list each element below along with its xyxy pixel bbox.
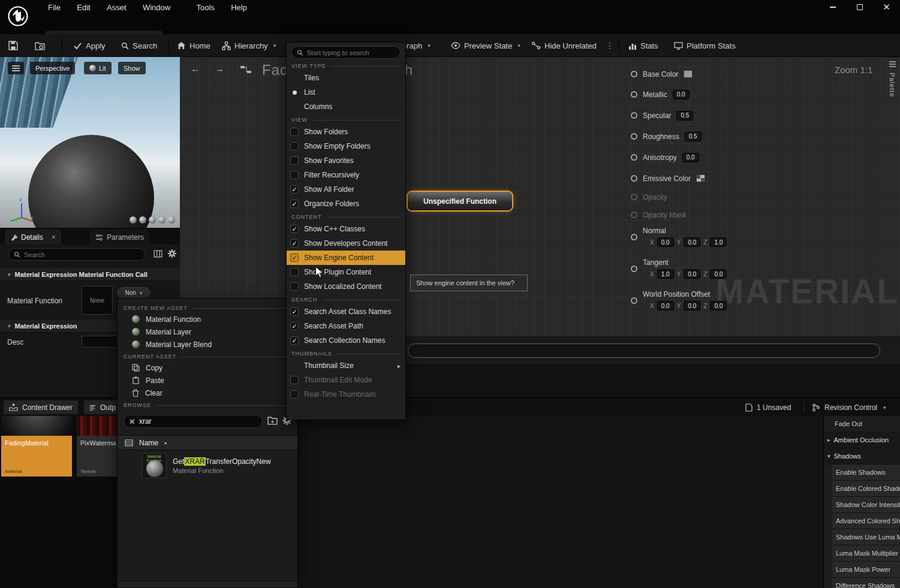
- color-swatch[interactable]: [684, 70, 693, 78]
- property-row-enable-shadows[interactable]: Enable Shadows: [832, 465, 900, 481]
- checkbox[interactable]: [290, 336, 299, 345]
- pin-socket-icon[interactable]: [631, 71, 637, 77]
- menu-item-material-function[interactable]: Material Function: [118, 313, 297, 325]
- property-row-enable-colored-shadows[interactable]: Enable Colored Shadow: [832, 481, 900, 497]
- tab-details[interactable]: Details ×: [5, 230, 61, 245]
- pin-emissive-color[interactable]: Emissive Color: [631, 173, 705, 183]
- option-show-developers-content[interactable]: Show Developers Content: [287, 236, 405, 251]
- pin-socket-icon[interactable]: [631, 234, 637, 240]
- details-search-input[interactable]: [24, 251, 140, 258]
- pin-tangent[interactable]: Tangent X1.0 Y0.0 Z0.0: [631, 258, 727, 279]
- option-show-empty-folders[interactable]: Show Empty Folders: [287, 139, 405, 153]
- option-search-collection-names[interactable]: Search Collection Names: [287, 333, 405, 348]
- checkbox[interactable]: [290, 239, 299, 248]
- menu-help[interactable]: Help: [224, 0, 254, 14]
- menu-window[interactable]: Window: [136, 0, 177, 14]
- viewport-display-options[interactable]: [130, 216, 175, 224]
- checkbox[interactable]: [290, 390, 299, 399]
- display-sphere-icon[interactable]: [158, 216, 165, 224]
- pin-socket-icon[interactable]: [631, 133, 637, 140]
- pin-opacity-mask[interactable]: Opacity Mask: [631, 210, 687, 220]
- menu-resize-grip[interactable]: [118, 581, 297, 587]
- property-row-shadow-color-intensity[interactable]: Shadow Color Intensity: [832, 497, 900, 513]
- details-search-box[interactable]: [8, 248, 145, 261]
- expand-down-icon[interactable]: ▾: [827, 453, 830, 459]
- graph-search-bar[interactable]: [408, 343, 880, 358]
- property-row-luma-mask-multiplier[interactable]: Luma Mask Multiplier: [832, 545, 900, 562]
- radio-button[interactable]: [290, 102, 299, 111]
- pin-world-position-offset[interactable]: World Position Offset X0.0 Y0.0 Z0.0: [631, 290, 727, 310]
- preview-state-button[interactable]: Preview State ▾: [451, 34, 520, 57]
- option-realtime-thumbnails[interactable]: Real-Time Thumbnails: [287, 387, 405, 402]
- content-drawer-button[interactable]: Content Drawer: [4, 400, 78, 414]
- asset-tile-fadingmaterial[interactable]: FadingMaterial Material: [1, 416, 72, 477]
- pin-socket-icon[interactable]: [631, 91, 637, 98]
- save-search-folder-icon[interactable]: [267, 416, 278, 427]
- menu-item-paste[interactable]: Paste: [118, 374, 297, 387]
- section-material-function-call[interactable]: ▾ Material Expression Material Function …: [0, 268, 180, 281]
- property-row-advanced-colored-shadows[interactable]: Advanced Colored Sha: [832, 513, 900, 529]
- radio-button[interactable]: [290, 74, 299, 82]
- palette-tab[interactable]: Palette: [885, 61, 899, 150]
- maximize-button[interactable]: [846, 0, 873, 14]
- pin-value-y[interactable]: 0.0: [684, 301, 700, 310]
- clear-search-icon[interactable]: ✕: [129, 417, 136, 426]
- radio-button[interactable]: [290, 88, 299, 97]
- tab-parameters[interactable]: Parameters: [90, 230, 149, 245]
- checkbox[interactable]: [290, 307, 299, 316]
- checkbox[interactable]: [290, 171, 299, 179]
- checkbox[interactable]: [290, 282, 299, 291]
- material-function-thumbnail[interactable]: None: [82, 286, 113, 315]
- filter-search-input[interactable]: [307, 49, 395, 56]
- details-settings-gear-icon[interactable]: [168, 249, 176, 260]
- pin-value-z[interactable]: 1.0: [710, 237, 727, 247]
- menu-item-copy[interactable]: Copy: [118, 361, 297, 374]
- property-row-shadows-use-luma[interactable]: Shadows Use Luma M: [832, 529, 900, 545]
- unsaved-indicator[interactable]: 1 Unsaved: [745, 400, 791, 414]
- view-type-columns[interactable]: Columns: [287, 99, 405, 114]
- pin-value-x[interactable]: 0.0: [657, 301, 674, 310]
- pin-value[interactable]: 0.5: [685, 132, 702, 141]
- tab-close-icon[interactable]: ×: [52, 233, 56, 242]
- checkbox[interactable]: [290, 200, 299, 208]
- category-shadows[interactable]: ▾Shadows: [824, 448, 900, 465]
- picker-search-input[interactable]: [139, 417, 257, 426]
- option-show-favorites[interactable]: Show Favorites: [287, 153, 405, 168]
- display-sphere-icon[interactable]: [168, 216, 175, 224]
- asset-result-row[interactable]: Material Function GetXRARTransferOpacity…: [118, 450, 297, 481]
- display-filter-icon[interactable]: [153, 250, 162, 260]
- checkbox[interactable]: [290, 142, 299, 150]
- option-show-engine-content[interactable]: Show Engine Content: [287, 251, 405, 265]
- menu-item-material-layer[interactable]: Material Layer: [118, 325, 297, 338]
- checkbox[interactable]: [290, 254, 299, 262]
- unspecified-function-node[interactable]: Unspecified Function: [408, 192, 512, 210]
- pin-value[interactable]: 0.0: [682, 153, 699, 162]
- minimize-button[interactable]: [819, 0, 846, 14]
- option-organize-folders[interactable]: Organize Folders: [287, 197, 405, 211]
- checkbox[interactable]: [290, 156, 299, 165]
- pin-specular[interactable]: Specular 0.5: [631, 110, 693, 120]
- menu-asset[interactable]: Asset: [100, 0, 134, 14]
- menu-edit[interactable]: Edit: [70, 0, 97, 14]
- nav-forward-icon[interactable]: →: [215, 64, 224, 74]
- save-button[interactable]: [8, 34, 18, 57]
- property-row-luma-mask-power[interactable]: Luma Mask Power: [832, 562, 900, 578]
- pin-socket-icon[interactable]: [631, 154, 637, 161]
- home-button[interactable]: Home: [177, 34, 210, 57]
- pin-value-x[interactable]: 0.0: [657, 237, 674, 247]
- pin-base-color[interactable]: Base Color: [631, 69, 693, 79]
- pin-value-y[interactable]: 0.0: [684, 237, 700, 247]
- platform-stats-button[interactable]: Platform Stats: [674, 34, 736, 57]
- display-sphere-icon[interactable]: [139, 216, 146, 224]
- expand-right-icon[interactable]: ▸: [827, 437, 830, 443]
- nav-back-icon[interactable]: ←: [191, 64, 200, 74]
- viewport-menu-hamburger-icon[interactable]: [8, 62, 24, 74]
- option-show-folders[interactable]: Show Folders: [287, 125, 405, 139]
- checkbox[interactable]: [290, 225, 299, 233]
- pin-value-z[interactable]: 0.0: [710, 301, 727, 310]
- display-sphere-icon[interactable]: [149, 216, 156, 224]
- pin-value[interactable]: 0.5: [676, 111, 693, 120]
- option-thumbnail-edit-mode[interactable]: Thumbnail Edit Mode: [287, 373, 405, 387]
- color-swatch-checker[interactable]: [696, 174, 705, 182]
- search-button[interactable]: Search: [121, 34, 157, 57]
